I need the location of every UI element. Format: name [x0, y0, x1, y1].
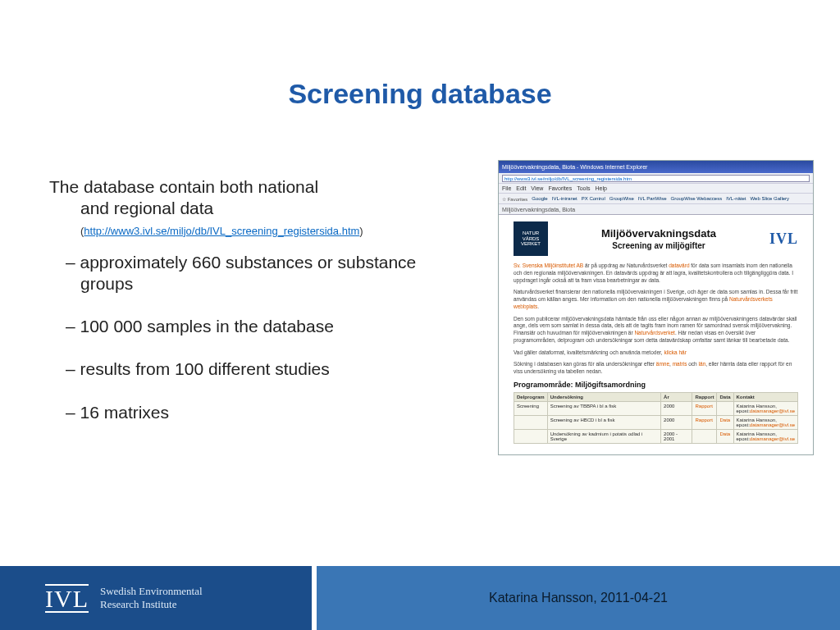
page-para: Vad gäller dataformat, kvalitetsmärkning… [514, 349, 798, 357]
paren-close: ) [359, 225, 363, 237]
menu-item: Favorites [548, 185, 572, 191]
page-h2: Screening av miljögifter [553, 241, 765, 250]
page-para: Sökning i databasen kan göras för alla u… [514, 361, 798, 376]
table-header-row: Delprogram Undersökning År Rapport Data … [514, 392, 798, 401]
database-url-link[interactable]: http://www3.ivl.se/miljo/db/IVL_screenin… [84, 225, 359, 237]
fav-link: Google [532, 196, 547, 201]
th: År [661, 392, 692, 401]
th: Data [717, 392, 733, 401]
ivl-logo-text: IVL [45, 584, 89, 613]
address-field: http://www3.ivl.se/miljo/db/IVL_screenin… [502, 175, 810, 182]
slide-title: Screening database [0, 78, 840, 110]
intro-line1: The database contain both national [49, 177, 318, 196]
slide: Screening database The database contain … [0, 0, 840, 630]
address-bar: http://www3.ivl.se/miljo/db/IVL_screenin… [499, 173, 813, 184]
fav-link: IVL-intranet [552, 196, 578, 201]
footer-left: IVL Swedish EnvironmentalResearch Instit… [0, 566, 312, 630]
menu-item: Help [596, 185, 607, 191]
content-left: The database contain both national and r… [49, 176, 443, 445]
bullet-item: results from 100 different studies [49, 358, 443, 380]
bullet-item: approximately 660 substances or substanc… [49, 252, 443, 295]
data-table: Delprogram Undersökning År Rapport Data … [514, 392, 798, 444]
page-header: NATUR VÅRDS VERKET Miljöövervakningsdata… [514, 221, 798, 256]
menu-item: File [502, 185, 511, 191]
bullet-item: 16 matrixes [49, 402, 443, 423]
favorites-bar: ☆ Favorites Google IVL-intranet PX Contr… [499, 194, 813, 204]
menu-item: Tools [577, 185, 590, 191]
fav-link: Web Slice Gallery [751, 196, 790, 201]
page-para: Naturvårdsverket finansierar den natione… [514, 289, 798, 310]
naturvardsverket-badge-icon: NATUR VÅRDS VERKET [514, 221, 548, 256]
th: Undersökning [547, 392, 660, 401]
ivl-mini-logo: IVL [769, 231, 798, 248]
th: Kontakt [733, 392, 798, 401]
fav-link: GroupWise [609, 196, 634, 201]
fav-link: IVL-nätet [726, 196, 746, 201]
author-date: Katarina Hansson, 2011-04-21 [489, 591, 668, 605]
slide-footer: IVL Swedish EnvironmentalResearch Instit… [0, 566, 840, 630]
window-titlebar: Miljöövervakningsdata, Biota - Windows I… [499, 161, 813, 173]
th: Delprogram [514, 392, 548, 401]
intro-text: The database contain both national and r… [49, 176, 443, 220]
intro-line2: and regional data [49, 198, 443, 219]
page-subheading: Programområde: Miljögiftsamordning [514, 381, 798, 389]
fav-label: ☆ Favorites [502, 196, 527, 202]
bullet-list: approximately 660 substances or substanc… [49, 252, 443, 423]
intro-url-line: (http://www3.ivl.se/miljo/db/IVL_screeni… [49, 225, 443, 237]
table-row: Undersökning av kadmium i potatis odlad … [514, 429, 798, 443]
browser-tab: Miljöövervakningsdata, Biota [499, 204, 813, 215]
fav-link: GroupWise Webaccess [671, 196, 723, 201]
page-heading-block: Miljöövervakningsdata Screening av miljö… [553, 227, 765, 250]
page-para: Sv. Svenska Miljöinstitutet AB är på upp… [514, 262, 798, 284]
menu-item: View [531, 185, 543, 191]
ivl-logo-icon: IVL [45, 584, 89, 613]
org-name: Swedish EnvironmentalResearch Institute [100, 585, 203, 612]
page-content: NATUR VÅRDS VERKET Miljöövervakningsdata… [499, 215, 813, 450]
window-title-text: Miljöövervakningsdata, Biota - Windows I… [502, 164, 647, 170]
bullet-item: 100 000 samples in the database [49, 316, 443, 337]
table-row: Screening Screening av TBBPA i bl a fisk… [514, 401, 798, 415]
page-h1: Miljöövervakningsdata [553, 227, 765, 240]
table-row: Screening av HBCD i bl a fisk 2000 Rappo… [514, 415, 798, 429]
footer-right: Katarina Hansson, 2011-04-21 [317, 566, 840, 630]
page-para: Den som publicerar miljöövervakningsdata… [514, 316, 798, 345]
browser-screenshot: Miljöövervakningsdata, Biota - Windows I… [498, 160, 814, 455]
fav-link: PX Control [582, 196, 605, 201]
menu-bar: File Edit View Favorites Tools Help [499, 184, 813, 194]
th: Rapport [692, 392, 717, 401]
menu-item: Edit [516, 185, 526, 191]
fav-link: IVL PartWise [638, 196, 667, 201]
